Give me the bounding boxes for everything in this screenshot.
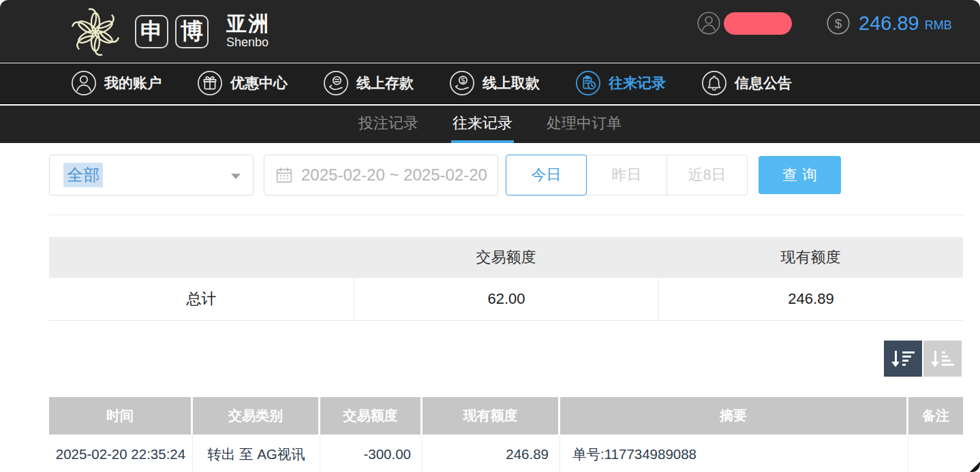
brand-boxed-chars: 申 博 <box>135 15 215 48</box>
record-time: 2025-02-20 22:35:24 <box>49 435 193 472</box>
dollar-coin-icon: $ <box>826 11 851 35</box>
records-header-note: 备注 <box>908 397 963 435</box>
date-range-input[interactable]: 2025-02-20 ~ 2025-02-20 <box>264 155 498 195</box>
brand-char-bo: 博 <box>175 15 209 48</box>
user-area <box>696 11 792 35</box>
nav-item-my-account[interactable]: 我的账户 <box>71 70 162 96</box>
summary-header-balance: 现有额度 <box>658 237 963 278</box>
nav-label: 我的账户 <box>104 74 162 93</box>
nav-label: 往来记录 <box>609 74 666 93</box>
username-redacted-pill[interactable] <box>724 12 792 35</box>
records-header-summary: 摘要 <box>560 397 908 435</box>
nav-label: 线上取款 <box>483 74 540 93</box>
today-button[interactable]: 今日 <box>506 155 587 195</box>
sort-descending-button[interactable] <box>884 341 922 377</box>
summary-total-label: 总计 <box>49 278 354 320</box>
category-select[interactable]: 全部 <box>49 155 254 195</box>
nav-label: 信息公告 <box>735 74 792 93</box>
calendar-icon <box>275 166 293 184</box>
record-amount: -300.00 <box>320 435 423 472</box>
record-balance: 246.89 <box>423 435 560 472</box>
records-header-balance: 现有额度 <box>423 397 560 435</box>
records-header-type: 交易类别 <box>193 397 320 435</box>
svg-text:$: $ <box>461 77 465 84</box>
summary-header-row: 交易额度 现有额度 <box>49 237 963 278</box>
chevron-down-icon <box>231 174 241 179</box>
sort-controls <box>884 341 962 377</box>
page: 申 博 亚洲 Shenbo $ 246.89 RMB <box>0 0 980 472</box>
bell-icon <box>701 70 727 96</box>
table-row: 2025-02-20 22:35:24 转出 至 AG视讯 -300.00 24… <box>49 435 963 472</box>
deposit-icon <box>323 70 349 96</box>
category-selected-value: 全部 <box>63 163 103 187</box>
nav-label: 线上存款 <box>356 74 414 93</box>
main-nav: 我的账户 优惠中心 线上存款 <box>0 63 980 104</box>
brand-latin-label: Shenbo <box>226 35 270 50</box>
tab-betting-records[interactable]: 投注记录 <box>357 106 420 143</box>
tab-transaction-records[interactable]: 往来记录 <box>451 106 514 143</box>
date-range-value: 2025-02-20 ~ 2025-02-20 <box>301 166 487 185</box>
summary-header-empty <box>49 237 354 278</box>
corner-artifact <box>970 462 980 472</box>
brand-logo[interactable]: 申 博 亚洲 Shenbo <box>65 0 270 63</box>
summary-header-transaction: 交易额度 <box>354 237 658 278</box>
brand-wordmark: 亚洲 Shenbo <box>226 13 270 50</box>
tab-processing-orders[interactable]: 处理中订单 <box>545 106 623 143</box>
nav-item-withdraw[interactable]: $ 线上取款 <box>449 70 540 96</box>
yesterday-button[interactable]: 昨日 <box>586 155 667 195</box>
gift-icon <box>197 70 223 96</box>
user-icon <box>71 70 97 96</box>
brand-char-shen: 申 <box>135 15 168 48</box>
record-type: 转出 至 AG视讯 <box>193 435 320 472</box>
query-button[interactable]: 查询 <box>759 156 841 194</box>
nav-item-promotions[interactable]: 优惠中心 <box>197 70 288 96</box>
balance-area[interactable]: $ 246.89 RMB <box>826 11 952 35</box>
balance-currency: RMB <box>925 18 952 33</box>
sub-nav: 投注记录 往来记录 处理中订单 <box>0 106 980 143</box>
sort-descending-icon <box>891 351 915 367</box>
nav-item-announcements[interactable]: 信息公告 <box>701 70 792 96</box>
brand-region-label: 亚洲 <box>226 13 270 35</box>
records-header-time: 时间 <box>49 397 193 435</box>
nav-item-deposit[interactable]: 线上存款 <box>323 70 414 96</box>
records-header-row: 时间 交易类别 交易额度 现有额度 摘要 备注 <box>49 397 963 435</box>
svg-text:$: $ <box>835 16 842 31</box>
records-header-amount: 交易额度 <box>320 397 423 435</box>
summary-total-transaction: 62.00 <box>354 278 658 320</box>
records-icon <box>575 70 601 96</box>
withdraw-icon: $ <box>449 70 475 96</box>
summary-table: 交易额度 现有额度 总计 62.00 246.89 <box>49 237 963 321</box>
quick-date-buttons: 今日 昨日 近8日 <box>506 155 748 195</box>
sort-ascending-icon <box>931 351 954 367</box>
avatar-icon <box>696 11 721 35</box>
flower-logo-icon <box>65 1 125 61</box>
top-header: 申 博 亚洲 Shenbo $ 246.89 RMB <box>0 0 980 63</box>
section-divider <box>49 215 963 215</box>
record-summary: 单号:117734989088 <box>560 435 908 472</box>
last-8-days-button[interactable]: 近8日 <box>667 155 748 195</box>
sort-ascending-button[interactable] <box>923 341 962 377</box>
records-table: 时间 交易类别 交易额度 现有额度 摘要 备注 2025-02-20 22:35… <box>49 397 963 472</box>
nav-label: 优惠中心 <box>230 74 288 93</box>
nav-item-records[interactable]: 往来记录 <box>575 70 666 96</box>
summary-total-balance: 246.89 <box>658 278 963 320</box>
record-note <box>908 435 963 472</box>
balance-amount: 246.89 <box>859 12 919 35</box>
summary-total-row: 总计 62.00 246.89 <box>49 278 963 321</box>
